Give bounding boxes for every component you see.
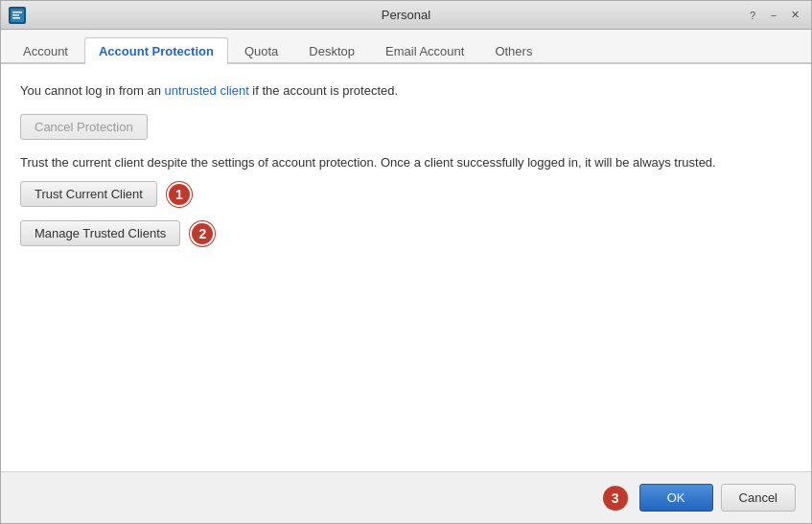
cancel-button[interactable]: Cancel xyxy=(721,484,796,512)
info-text-after: if the account is protected. xyxy=(249,83,398,98)
tab-others[interactable]: Others xyxy=(480,37,546,64)
badge-1: 1 xyxy=(167,182,192,207)
close-button[interactable]: ✕ xyxy=(786,7,803,24)
trust-client-row: Trust Current Client 1 xyxy=(20,181,792,207)
badge-3: 3 xyxy=(603,486,628,511)
trust-info-text: Trust the current client despite the set… xyxy=(20,153,792,172)
ok-button[interactable]: OK xyxy=(639,484,713,512)
info-highlight: untrusted client xyxy=(165,83,249,98)
badge-2: 2 xyxy=(190,221,215,246)
tab-bar: Account Account Protection Quota Desktop… xyxy=(1,30,811,64)
cancel-protection-row: Cancel Protection xyxy=(20,114,792,140)
tab-account[interactable]: Account xyxy=(9,37,82,64)
window-title: Personal xyxy=(382,8,430,22)
svg-rect-4 xyxy=(12,17,20,19)
title-bar-left xyxy=(9,7,26,24)
svg-rect-2 xyxy=(12,11,22,13)
footer: 3 OK Cancel xyxy=(1,471,811,523)
manage-trusted-clients-button[interactable]: Manage Trusted Clients xyxy=(20,220,180,246)
tab-desktop[interactable]: Desktop xyxy=(294,37,369,64)
tab-email-account[interactable]: Email Account xyxy=(371,37,478,64)
app-icon xyxy=(9,7,26,24)
main-window: Personal ? − ✕ Account Account Protectio… xyxy=(0,0,812,524)
svg-rect-3 xyxy=(12,14,19,16)
info-text-before: You cannot log in from an xyxy=(20,83,165,98)
help-button[interactable]: ? xyxy=(744,7,761,24)
trust-current-client-button[interactable]: Trust Current Client xyxy=(20,181,157,207)
tab-quota[interactable]: Quota xyxy=(230,37,292,64)
manage-trusted-row: Manage Trusted Clients 2 xyxy=(20,220,792,246)
tab-account-protection[interactable]: Account Protection xyxy=(84,37,228,64)
minimize-button[interactable]: − xyxy=(765,7,782,24)
window-controls: ? − ✕ xyxy=(744,7,803,24)
content-area: You cannot log in from an untrusted clie… xyxy=(1,64,811,471)
title-bar: Personal ? − ✕ xyxy=(1,1,811,30)
cancel-protection-button[interactable]: Cancel Protection xyxy=(20,114,148,140)
info-text: You cannot log in from an untrusted clie… xyxy=(20,81,792,101)
